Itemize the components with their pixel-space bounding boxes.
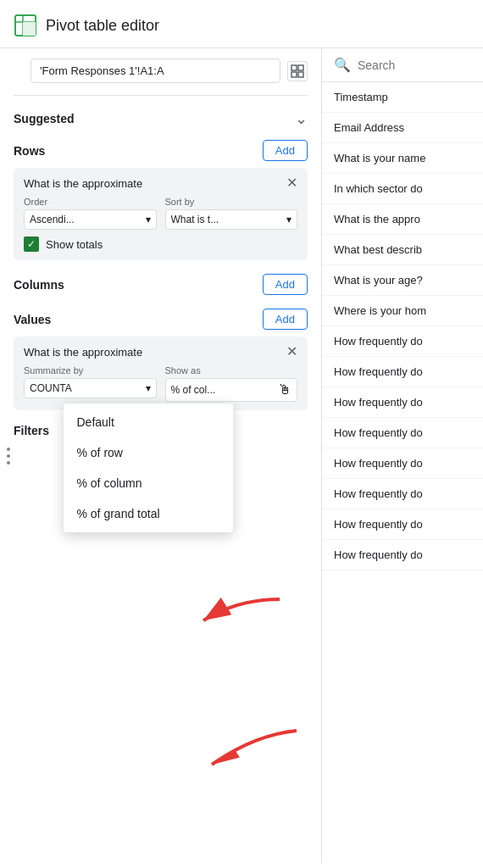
svg-rect-5 [298,65,303,70]
order-chevron-icon: ▾ [146,214,151,225]
checkmark-icon: ✓ [27,239,36,249]
show-totals-checkbox[interactable]: ✓ [24,236,39,252]
order-select[interactable]: Ascendi... ▾ [24,209,157,230]
sort-control-group: Sort by What is t... ▾ [165,197,298,230]
rows-card-header: What is the approximate ✕ [24,176,297,190]
svg-rect-6 [291,72,297,77]
rows-label: Rows [14,144,45,158]
dropdown-item-column[interactable]: % of column [64,468,233,498]
summarize-select[interactable]: COUNTA ▾ [24,378,157,398]
list-item[interactable]: What is your name [322,143,483,174]
grid-icon[interactable] [287,61,308,81]
dropdown-item-row[interactable]: % of row [64,437,233,468]
svg-rect-7 [298,72,303,77]
dropdown-item-grand-total[interactable]: % of grand total [64,498,233,529]
cursor-pointer-icon: 🖱 [278,382,291,398]
editor-header: Pivot table editor [0,0,483,48]
values-card-close-button[interactable]: ✕ [286,345,297,359]
list-item[interactable]: How frequently do [322,326,483,357]
show-totals-row: ✓ Show totals [24,236,297,252]
values-card-header: What is the approximate ✕ [24,345,297,359]
list-item[interactable]: How frequently do [322,448,483,479]
show-as-select[interactable]: % of col... 🖱 [165,378,298,402]
values-card-title: What is the approximate [24,346,142,359]
dot-3 [7,461,10,465]
data-range-input[interactable]: 'Form Responses 1'!A1:A [31,58,280,83]
arrow-2-icon [186,718,305,777]
data-range-row: 'Form Responses 1'!A1:A [14,58,308,96]
right-panel: 🔍 Timestamp Email Address What is your n… [322,48,483,864]
summarize-control-group: Summarize by COUNTA ▾ [24,365,157,402]
values-controls: Summarize by COUNTA ▾ Show as % of col..… [24,365,297,402]
columns-add-button[interactable]: Add [263,274,308,295]
list-item[interactable]: How frequently do [322,509,483,540]
values-label: Values [14,313,51,326]
list-item[interactable]: How frequently do [322,357,483,387]
show-as-label: Show as [165,365,298,376]
arrow-1-icon [186,591,288,642]
svg-rect-3 [23,22,36,36]
drag-handle[interactable] [7,448,10,465]
sort-select[interactable]: What is t... ▾ [165,209,298,230]
list-item[interactable]: Timestamp [322,82,483,113]
order-value: Ascendi... [30,214,146,225]
show-totals-label: Show totals [46,238,103,251]
order-label: Order [24,197,157,207]
columns-header: Columns Add [14,274,308,295]
rows-field-card: What is the approximate ✕ Order Ascendi.… [14,168,308,260]
search-icon: 🔍 [334,57,351,73]
columns-label: Columns [14,278,64,292]
values-field-card: What is the approximate ✕ Summarize by C… [14,337,308,410]
values-header: Values Add [14,309,308,330]
summarize-label: Summarize by [24,365,157,376]
suggested-section[interactable]: Suggested ⌄ [14,109,308,128]
dot-1 [7,448,10,451]
show-as-value: % of col... [171,384,275,396]
left-panel: 'Form Responses 1'!A1:A Suggested ⌄ Rows… [0,48,322,864]
list-item[interactable]: What is your age? [322,265,483,296]
list-item[interactable]: What is the appro [322,204,483,235]
search-box: 🔍 [322,48,483,82]
list-item[interactable]: In which sector do [322,174,483,204]
show-as-dropdown: Default % of row % of column % of grand … [64,403,233,532]
filters-label: Filters [14,424,49,437]
list-item[interactable]: What best describ [322,235,483,265]
field-list: Timestamp Email Address What is your nam… [322,82,483,570]
rows-card-title: What is the approximate [24,177,142,190]
svg-rect-4 [291,65,297,70]
page-title: Pivot table editor [46,17,159,35]
sort-chevron-icon: ▾ [286,214,291,225]
show-as-control-group: Show as % of col... 🖱 Default % of row %… [165,365,298,402]
list-item[interactable]: Where is your hom [322,296,483,326]
pivot-table-icon [14,14,37,37]
rows-section: Rows Add What is the approximate ✕ Order… [14,140,308,260]
summarize-value: COUNTA [30,382,146,394]
main-layout: 'Form Responses 1'!A1:A Suggested ⌄ Rows… [0,48,483,864]
values-section: Values Add What is the approximate ✕ Sum… [14,309,308,410]
rows-add-button[interactable]: Add [263,140,308,161]
values-add-button[interactable]: Add [263,309,308,330]
list-item[interactable]: How frequently do [322,540,483,570]
dropdown-item-default[interactable]: Default [64,407,233,437]
summarize-chevron-icon: ▾ [146,382,151,394]
list-item[interactable]: How frequently do [322,387,483,418]
list-item[interactable]: How frequently do [322,418,483,448]
columns-section: Columns Add [14,274,308,295]
sort-label: Sort by [165,197,298,207]
search-input[interactable] [358,58,471,72]
list-item[interactable]: Email Address [322,113,483,143]
sort-value: What is t... [171,214,287,225]
suggested-label: Suggested [14,112,75,125]
chevron-down-icon: ⌄ [295,109,308,128]
rows-card-controls: Order Ascendi... ▾ Sort by What is t... … [24,197,297,230]
rows-card-close-button[interactable]: ✕ [286,176,297,190]
rows-header: Rows Add [14,140,308,161]
list-item[interactable]: How frequently do [322,479,483,509]
order-control-group: Order Ascendi... ▾ [24,197,157,230]
dot-2 [7,454,10,458]
